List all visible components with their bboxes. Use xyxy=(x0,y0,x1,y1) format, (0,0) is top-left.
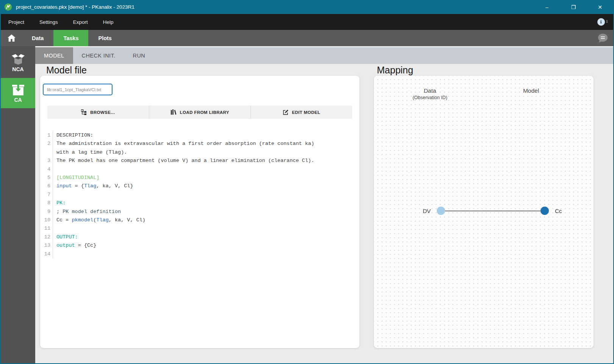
code-line: 13output = {Cc} xyxy=(44,241,359,250)
app-window: project_covariates.pkx [demo] * - PKanal… xyxy=(0,0,614,364)
notification-area[interactable]: i 1 xyxy=(597,18,608,26)
load-from-library-button-label: LOAD FROM LIBRARY xyxy=(180,110,229,115)
code-line: 7 xyxy=(44,191,359,199)
mapping-model-header: Model xyxy=(493,87,569,94)
code-line: 1DESCRIPTION: xyxy=(44,131,359,140)
mapping-data-handle[interactable] xyxy=(437,207,445,215)
comment-button[interactable] xyxy=(597,30,608,46)
code-line: 9; PK model definition xyxy=(44,208,359,216)
mapping-model-header-label: Model xyxy=(493,87,569,94)
mapping-model-label: Cc xyxy=(555,208,562,214)
task-subtabs: MODEL CHECK INIT. RUN xyxy=(35,47,613,64)
load-from-library-button[interactable]: LOAD FROM LIBRARY xyxy=(149,106,251,119)
edit-pencil-icon xyxy=(283,109,289,115)
file-tree-icon xyxy=(81,109,87,115)
sidebar-item-ca[interactable]: CA xyxy=(1,78,35,108)
menu-help[interactable]: Help xyxy=(95,14,121,30)
browse-button-label: BROWSE... xyxy=(90,110,115,115)
tab-data[interactable]: Data xyxy=(22,30,53,46)
mapping-column: Mapping Data (Observation ID) Model DV xyxy=(374,64,594,363)
code-line: 11 xyxy=(44,224,359,233)
sidebar-item-nca[interactable]: NCA xyxy=(1,50,35,76)
edit-model-button[interactable]: EDIT MODEL xyxy=(250,106,352,119)
home-icon xyxy=(8,34,16,42)
info-circle-icon[interactable]: i xyxy=(597,18,605,26)
mapping-heading: Mapping xyxy=(377,65,594,76)
code-line: 5[LONGITUDINAL] xyxy=(44,174,359,182)
model-file-heading: Model file xyxy=(46,65,359,76)
code-line: 6input = {Tlag, ka, V, Cl} xyxy=(44,182,359,190)
mapping-data-header-label: Data xyxy=(392,87,468,94)
code-line: 3The PK model has one compartment (volum… xyxy=(44,157,359,165)
titlebar: project_covariates.pkx [demo] * - PKanal… xyxy=(1,0,613,14)
app-body: NCA CA MODEL CHECK INIT. RUN xyxy=(1,46,613,363)
mapping-connector-line xyxy=(445,210,541,212)
speech-bubble-icon xyxy=(597,33,608,43)
code-line: 8PK: xyxy=(44,199,359,207)
books-icon xyxy=(170,109,177,115)
subtab-run[interactable]: RUN xyxy=(124,47,154,64)
tab-tasks[interactable]: Tasks xyxy=(53,30,88,46)
model-path-field[interactable] xyxy=(43,84,112,95)
subtab-model[interactable]: MODEL xyxy=(35,47,73,64)
edit-model-button-label: EDIT MODEL xyxy=(292,110,320,115)
menubar: Project Settings Export Help i 1 xyxy=(1,14,613,30)
mapping-row: DV Cc xyxy=(416,207,562,215)
pkanalix-logo-icon xyxy=(4,3,12,11)
mapping-data-header-sub: (Observation ID) xyxy=(392,95,468,100)
close-button[interactable]: ✕ xyxy=(587,0,613,14)
sidebar-item-label: NCA xyxy=(12,66,23,72)
tab-plots[interactable]: Plots xyxy=(88,30,121,46)
sidebar-item-label: CA xyxy=(14,97,22,103)
main-nav: Data Tasks Plots xyxy=(1,30,613,46)
main-area: MODEL CHECK INIT. RUN Model file xyxy=(35,46,613,363)
window-controls: – ❐ ✕ xyxy=(534,0,613,14)
menu-project[interactable]: Project xyxy=(1,14,32,30)
window-title: project_covariates.pkx [demo] * - PKanal… xyxy=(16,4,134,10)
home-tab[interactable] xyxy=(1,30,22,46)
mapping-model-handle[interactable] xyxy=(541,207,549,215)
sidebar: NCA CA xyxy=(1,46,35,363)
model-file-buttons: BROWSE... LOAD FROM LIBRARY xyxy=(47,106,352,119)
content: Model file BROWSE... xyxy=(35,64,613,363)
code-line: 12OUTPUT: xyxy=(44,233,359,241)
model-file-card: BROWSE... LOAD FROM LIBRARY xyxy=(40,76,359,348)
code-editor[interactable]: 1DESCRIPTION:2The administration is extr… xyxy=(44,131,359,258)
menu-settings[interactable]: Settings xyxy=(32,14,66,30)
code-line: 2The administration is extravascular wit… xyxy=(44,140,359,157)
code-line: 4 xyxy=(44,165,359,174)
code-line: 10Cc = pkmodel(Tlag, ka, V, Cl) xyxy=(44,216,359,224)
packed-box-icon xyxy=(11,83,25,95)
menu-export[interactable]: Export xyxy=(66,14,95,30)
notification-count: 1 xyxy=(606,19,608,23)
code-line: 14 xyxy=(44,250,359,258)
mapping-card: Data (Observation ID) Model DV Cc xyxy=(374,76,594,348)
minimize-button[interactable]: – xyxy=(534,0,560,14)
open-box-icon xyxy=(11,53,26,65)
subtab-check-init[interactable]: CHECK INIT. xyxy=(73,47,124,64)
maximize-button[interactable]: ❐ xyxy=(560,0,587,14)
mapping-data-header: Data (Observation ID) xyxy=(392,87,468,100)
model-file-column: Model file BROWSE... xyxy=(40,64,359,363)
mapping-data-label: DV xyxy=(416,208,431,214)
browse-button[interactable]: BROWSE... xyxy=(47,106,149,119)
